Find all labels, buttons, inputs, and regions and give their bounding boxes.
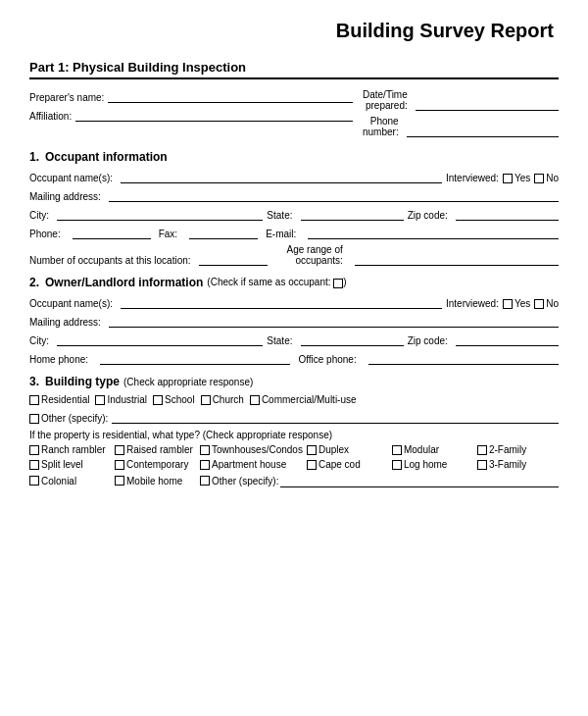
preparers-name-label: Preparer's name: <box>29 92 104 103</box>
s1-email-input[interactable] <box>308 226 559 239</box>
bt-school-cb[interactable] <box>153 395 163 405</box>
s2-state-label: State: <box>267 335 292 346</box>
s1-city-input[interactable] <box>57 207 263 221</box>
s1-state-label: State: <box>267 210 292 221</box>
s1-yes-label: Yes <box>514 173 530 183</box>
s2-city-input[interactable] <box>57 332 263 346</box>
res-mobile-label: Mobile home <box>126 476 182 486</box>
bt-church-cb[interactable] <box>201 395 211 405</box>
res-cape-label: Cape cod <box>318 459 361 470</box>
part1-header: Part 1: Physical Building Inspection <box>29 60 559 79</box>
s2-home-phone-label: Home phone: <box>29 354 88 365</box>
bt-commercial-label: Commercial/Multi-use <box>262 394 357 405</box>
res-cape-cb[interactable] <box>307 460 317 470</box>
s1-num-occ-input[interactable] <box>199 252 268 266</box>
res-log-label: Log home <box>404 459 447 470</box>
s1-city-label: City: <box>29 210 49 221</box>
bt-industrial-cb[interactable] <box>95 395 105 405</box>
bt-residential-label: Residential <box>41 394 89 405</box>
s2-no-label: No <box>546 298 559 309</box>
phone-label: Phone <box>370 116 399 127</box>
res-raised-label: Raised rambler <box>126 444 193 455</box>
section1-title: Occupant information <box>45 150 168 164</box>
section2-title: Owner/Landlord information <box>45 276 203 289</box>
s1-occ-names-input[interactable] <box>121 170 442 183</box>
s1-no-label: No <box>546 173 559 183</box>
section2-note: (Check if same as occupant: ) <box>207 277 346 287</box>
bt-other-cb[interactable] <box>29 414 39 424</box>
s1-mailing-input[interactable] <box>109 188 559 202</box>
section3-title: Building type <box>45 375 120 388</box>
res-mobile-cb[interactable] <box>115 476 124 486</box>
res-other-label: Other (specify): <box>212 476 278 486</box>
s2-mailing-label: Mailing address: <box>29 317 101 328</box>
affiliation-label: Affiliation: <box>29 111 72 122</box>
datetime-input[interactable] <box>416 97 559 111</box>
section2-num: 2. <box>29 276 39 289</box>
s2-interviewed-label: Interviewed: <box>446 298 499 309</box>
res-split-label: Split level <box>41 459 83 470</box>
res-other-cb[interactable] <box>200 476 210 486</box>
s2-occ-names-input[interactable] <box>121 295 442 309</box>
bt-school-label: School <box>165 394 195 405</box>
s1-state-input[interactable] <box>301 207 404 221</box>
s2-mailing-input[interactable] <box>109 314 559 328</box>
res-apt-cb[interactable] <box>200 460 210 470</box>
res-ranch-cb[interactable] <box>29 445 39 455</box>
phone-input[interactable] <box>407 124 559 137</box>
s1-yes-checkbox[interactable] <box>503 174 513 183</box>
bt-church-label: Church <box>213 394 244 405</box>
s2-same-checkbox[interactable] <box>333 279 343 288</box>
s2-occ-names-label: Occupant name(s): <box>29 298 113 309</box>
bt-commercial-cb[interactable] <box>250 395 260 405</box>
s2-yes-checkbox[interactable] <box>503 299 513 309</box>
s1-num-occ-label: Number of occupants at this location: <box>29 255 191 266</box>
res-colonial-label: Colonial <box>41 476 76 486</box>
s2-state-input[interactable] <box>301 332 404 346</box>
affiliation-input[interactable] <box>75 108 353 122</box>
s2-zip-label: Zip code: <box>408 335 448 346</box>
res-other-input[interactable] <box>280 474 559 487</box>
res-note: (Check appropriate response) <box>203 430 332 440</box>
number-label: number: <box>363 127 399 137</box>
s1-phone-input[interactable] <box>73 226 151 239</box>
bt-other-input[interactable] <box>112 410 559 424</box>
res-townhouse-cb[interactable] <box>200 445 210 455</box>
preparers-name-input[interactable] <box>108 89 353 103</box>
s1-zip-input[interactable] <box>456 207 559 221</box>
s1-occ-names-label: Occupant name(s): <box>29 173 113 183</box>
s1-zip-label: Zip code: <box>408 210 448 221</box>
s1-fax-input[interactable] <box>189 226 258 239</box>
datetime-label: Date/Time <box>363 89 408 100</box>
section3-num: 3. <box>29 375 39 388</box>
s2-zip-input[interactable] <box>456 332 559 346</box>
res-raised-cb[interactable] <box>115 445 124 455</box>
res-ranch-label: Ranch rambler <box>41 444 106 455</box>
s1-no-checkbox[interactable] <box>534 174 544 183</box>
res-modular-cb[interactable] <box>392 445 402 455</box>
page-title: Building Survey Report <box>29 20 559 42</box>
res-colonial-cb[interactable] <box>29 476 39 486</box>
res-log-cb[interactable] <box>392 460 402 470</box>
res-3fam-cb[interactable] <box>477 460 487 470</box>
section1-num: 1. <box>29 150 39 164</box>
s2-home-phone-input[interactable] <box>100 351 290 365</box>
res-2fam-cb[interactable] <box>477 445 487 455</box>
bt-other-label: Other (specify): <box>41 413 108 424</box>
res-2fam-label: 2-Family <box>489 444 526 455</box>
s2-city-label: City: <box>29 335 49 346</box>
s1-occupants-label: occupants: <box>295 255 342 266</box>
s1-interviewed-label: Interviewed: <box>446 173 499 183</box>
s2-no-checkbox[interactable] <box>534 299 544 309</box>
s1-fax-label: Fax: <box>159 229 177 239</box>
s1-age-range-input[interactable] <box>355 252 559 266</box>
res-modular-label: Modular <box>404 444 439 455</box>
res-contemp-label: Contemporary <box>126 459 188 470</box>
res-contemp-cb[interactable] <box>115 460 124 470</box>
res-split-cb[interactable] <box>29 460 39 470</box>
s1-age-range-label: Age range of <box>287 244 343 255</box>
res-duplex-cb[interactable] <box>307 445 317 455</box>
bt-residential-cb[interactable] <box>29 395 39 405</box>
s2-office-phone-input[interactable] <box>368 351 559 365</box>
s1-mailing-label: Mailing address: <box>29 191 101 202</box>
